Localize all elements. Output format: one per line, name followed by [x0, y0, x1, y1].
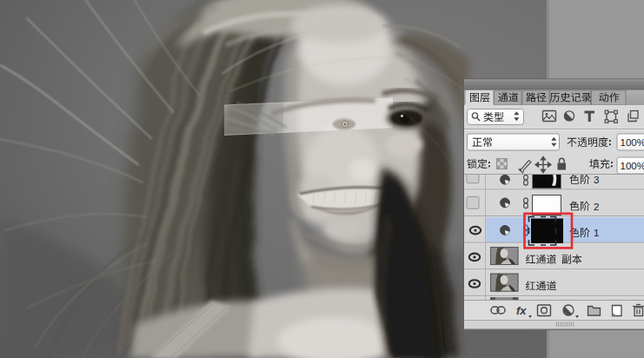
- svg-text:2: 2: [594, 202, 599, 212]
- svg-text:3: 3: [594, 175, 599, 185]
- svg-text:100%: 100%: [621, 161, 644, 171]
- svg-text:fx: fx: [516, 304, 527, 317]
- svg-text:1: 1: [594, 228, 599, 238]
- svg-text:100%: 100%: [621, 137, 644, 148]
